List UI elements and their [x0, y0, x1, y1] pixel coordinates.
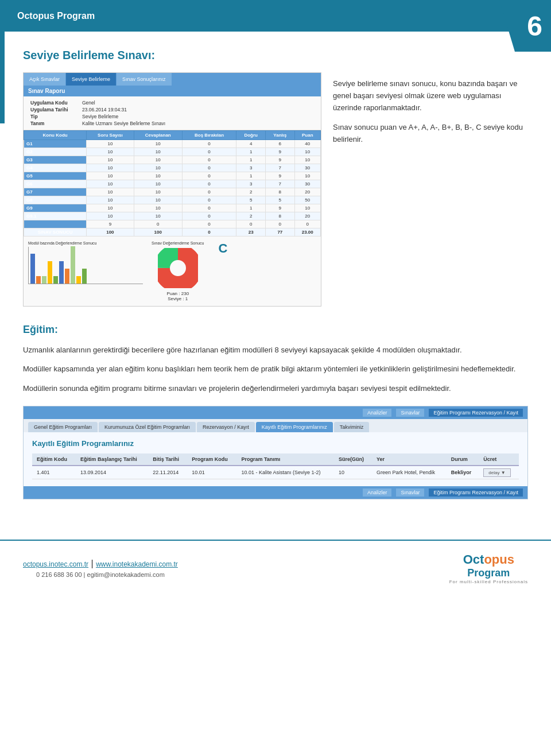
col-konu-kodu: Konu Kodu	[24, 131, 87, 140]
screenshot-area: Açık Sınavlar Seviye Belirleme Sınav Son…	[23, 72, 528, 307]
col-yanlis: Yanlış	[266, 131, 294, 140]
uygulama-tarihi-label: Uygulama Tarihi	[28, 106, 80, 113]
th-program-kodu: Program Kodu	[187, 453, 236, 466]
tip-label: Tip	[28, 113, 80, 120]
logo-oct: Oct	[463, 552, 484, 567]
footer-logo: Octopus Program For multi-skilled Profes…	[449, 552, 528, 584]
col-soru-sayisi: Soru Sayısı	[87, 131, 134, 140]
tab-sinav-sonuclari[interactable]: Sınav Sonuçlarınız	[117, 73, 172, 86]
table-row: 900000	[24, 220, 321, 228]
tab-kurumunuza[interactable]: Kurumunuza Özel Eğitim Programları	[99, 422, 196, 432]
tab-takvim[interactable]: Takviminiz	[334, 422, 370, 432]
th-egitim-kodu: Eğitim Kodu	[32, 453, 76, 466]
uygulama-kodu-label: Uygulama Kodu	[28, 99, 80, 106]
app-title: Octopus Program	[17, 11, 95, 21]
tab-egitim-bottom[interactable]: Eğitim Programı Rezervasyon / Kayıt	[429, 489, 523, 497]
tab-egitim-top[interactable]: Eğitim Programı Rezervasyon / Kayıt	[429, 409, 523, 417]
pie-chart-wrapper: Sınav Değerlendirme Sonucu Puan : 230 Se…	[152, 241, 204, 301]
bar	[36, 276, 41, 284]
footer-logo-text: Octopus	[463, 552, 514, 567]
th-ucret: Ücret	[479, 453, 519, 466]
right-panel: Seviye belirleme sınavı sonucu, konu baz…	[333, 72, 528, 307]
td-egitim-kodu: 1.401	[32, 466, 76, 479]
tab-analizler-top[interactable]: Analizler	[363, 409, 392, 417]
right-text-2: Sınav sonucu puan ve A+, A, A-, B+, B, B…	[333, 122, 528, 146]
left-accent-bar	[0, 32, 5, 123]
right-text-1: Seviye belirleme sınavı sonucu, konu baz…	[333, 78, 528, 114]
th-baslangic: Eğitim Başlangıç Tarihi	[76, 453, 148, 466]
section1-title: Seviye Belirleme Sınavı:	[23, 49, 528, 62]
td-bitis: 22.11.2014	[148, 466, 187, 479]
col-cevaplanan: Cevaplanan	[134, 131, 182, 140]
table-row: G4101003730	[24, 164, 321, 172]
tanim-val: Kalite Uzmanı Seviye Belirleme Sınavı	[80, 120, 316, 127]
training-table: Eğitim Kodu Eğitim Başlangıç Tarihi Biti…	[32, 453, 519, 479]
pie-chart-svg	[158, 248, 198, 288]
footer: octopus.inotec.com.tr | www.inotekakadem…	[0, 540, 551, 596]
uygulama-tarihi-val: 23.06.2014 19:04:31	[80, 106, 316, 113]
table-row: G8101005550	[24, 196, 321, 204]
td-program-kodu: 10.01	[187, 466, 236, 479]
bar	[65, 269, 69, 284]
bar-chart: Modül bazında Değerlendirme Sonucu	[28, 241, 143, 287]
bar-chart-title: Modül bazında Değerlendirme Sonucu	[28, 241, 143, 245]
grade-score: C	[218, 241, 227, 301]
training-tabs-main: Genel Eğitim Programları Kurumunuza Özel…	[24, 419, 527, 432]
bar	[30, 254, 35, 284]
td-yer: Green Park Hotel, Pendik	[372, 466, 447, 479]
pie-chart-title: Sınav Değerlendirme Sonucu	[152, 241, 204, 245]
footer-link1[interactable]: octopus.inotec.com.tr	[23, 560, 88, 568]
th-program-tanimi: Program Tanımı	[237, 453, 334, 466]
table-row: G3101001910	[24, 156, 321, 164]
bar	[42, 276, 46, 284]
logo-opus: opus	[484, 552, 514, 567]
tab-genel[interactable]: Genel Eğitim Programları	[28, 422, 98, 432]
footer-logo-sub: For multi-skilled Professionals	[449, 579, 528, 584]
tab-sinavlar-bottom[interactable]: Sınavlar	[396, 489, 424, 497]
tanim-label: Tanım	[28, 120, 80, 127]
bar	[71, 246, 75, 284]
table-row: G9101001910	[24, 204, 321, 212]
sinav-data-table: Konu Kodu Soru Sayısı Cevaplanan Boş Bır…	[24, 130, 321, 237]
table-row: G9.1101002820	[24, 212, 321, 220]
charts-area: Modül bazında Değerlendirme Sonucu Sınav…	[24, 237, 321, 306]
header: Octopus Program 6	[0, 0, 551, 32]
bar	[59, 261, 64, 284]
report-tabs: Açık Sınavlar Seviye Belirleme Sınav Son…	[24, 73, 321, 86]
egitim-title: Eğitim:	[23, 324, 528, 336]
page-number: 6	[527, 10, 542, 42]
tab-seviye-belirleme[interactable]: Seviye Belirleme	[66, 73, 117, 86]
tab-sinavlar-top[interactable]: Sınavlar	[396, 409, 424, 417]
svg-point-1	[162, 252, 194, 284]
table-row: G2101001910	[24, 148, 321, 156]
bar	[53, 276, 58, 284]
bars-container	[28, 247, 143, 284]
delay-badge[interactable]: delay ▼	[483, 468, 510, 477]
tab-kayitli[interactable]: Kayıtlı Eğitim Programlarınız	[256, 422, 333, 432]
table-row: G5101001910	[24, 172, 321, 180]
tab-acik-sinavlar[interactable]: Açık Sınavlar	[24, 73, 66, 86]
pie-puan: Puan : 230 Seviye : 1	[166, 291, 189, 301]
th-bitis: Bitiş Tarihi	[148, 453, 187, 466]
th-durum: Durum	[447, 453, 479, 466]
report-header: Sınav Raporu	[24, 86, 321, 96]
bar	[76, 276, 81, 284]
training-tabs-bottom: Analizler Sınavlar Eğitim Programı Rezer…	[24, 486, 527, 499]
footer-line2: 0 216 688 36 00 | egitim@inotekakademi.c…	[23, 571, 178, 578]
td-ucret[interactable]: delay ▼	[479, 466, 519, 479]
td-durum: Bekliyor	[447, 466, 479, 479]
report-box: Açık Sınavlar Seviye Belirleme Sınav Son…	[23, 72, 321, 307]
footer-link2[interactable]: www.inotekakademi.com.tr	[96, 560, 178, 568]
logo-program: Program	[467, 567, 510, 579]
training-content-title: Kayıtlı Eğitim Programlarınız	[32, 439, 519, 448]
egitim-text1: Uzmanlık alanlarının gerektirdiği beceri…	[23, 344, 528, 356]
td-baslangic: 13.09.2014	[76, 466, 148, 479]
tab-analizler-bottom[interactable]: Analizler	[363, 489, 392, 497]
footer-links: octopus.inotec.com.tr | www.inotekakadem…	[23, 559, 178, 578]
td-program-tanimi: 10.01 - Kalite Asistanı (Seviye 1-2)	[237, 466, 334, 479]
training-section: Analizler Sınavlar Eğitim Programı Rezer…	[23, 406, 528, 499]
tab-rezervasyon[interactable]: Rezervasyon / Kayıt	[197, 422, 255, 432]
bar	[48, 261, 52, 284]
egitim-section: Eğitim: Uzmanlık alanlarının gerektirdiğ…	[23, 324, 528, 394]
th-yer: Yer	[372, 453, 447, 466]
